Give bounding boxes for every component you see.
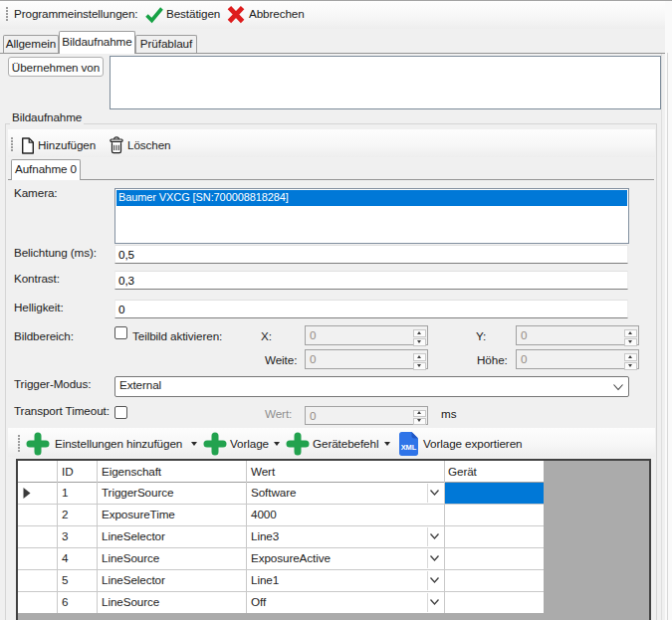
svg-text:XML: XML [401, 443, 417, 452]
